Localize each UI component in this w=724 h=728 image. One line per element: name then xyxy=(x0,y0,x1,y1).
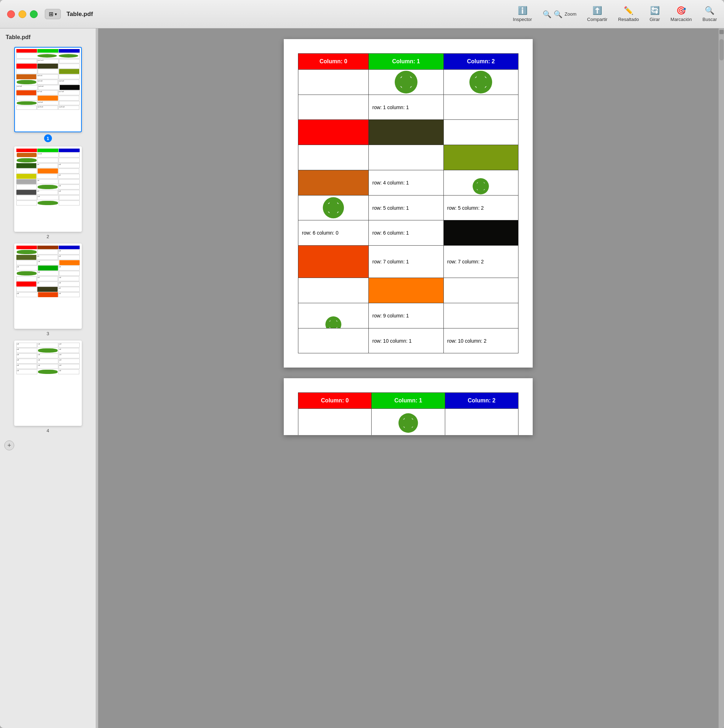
cell-r10c0 xyxy=(298,329,369,353)
cell-r3c0 xyxy=(298,145,369,170)
thumbnail-page-3[interactable]: col2 col1 col2 col1 xyxy=(3,243,93,336)
cell-r1c0 xyxy=(298,95,369,120)
resaltado-label: Resaltado xyxy=(618,17,639,22)
page-badge-1: 1 xyxy=(44,135,52,142)
buscar-label: Buscar xyxy=(703,17,717,22)
sidebar-title: Table.pdf xyxy=(0,28,96,44)
main-window: ⊞ ▾ Table.pdf ℹ️ Inspector 🔍 🔍 Zoom ⬆️ C… xyxy=(0,0,724,728)
sidebar: Table.pdf xyxy=(0,28,96,728)
cell-r1c1: row: 1 column: 1 xyxy=(369,95,444,120)
table-row: row: 1 column: 1 xyxy=(298,95,519,120)
zoom-out-icon[interactable]: 🔍 xyxy=(543,10,551,18)
cell-r8c1 xyxy=(369,278,444,303)
filename-label: Table.pdf xyxy=(66,11,93,18)
traffic-lights xyxy=(7,10,38,18)
cell-r5c2: row: 5 column: 2 xyxy=(444,196,519,220)
logo-icon-p2 xyxy=(398,412,419,434)
minimize-button[interactable] xyxy=(18,10,26,18)
cell-r0c0 xyxy=(298,70,369,95)
resaltado-action[interactable]: ✏️ Resaltado xyxy=(618,6,639,22)
table-row: row: 4 column: 1 xyxy=(298,170,519,196)
scroll-thumb[interactable] xyxy=(719,39,724,60)
cell-r7c0 xyxy=(298,246,369,278)
cell-r8c2 xyxy=(444,278,519,303)
table-row: row: 7 column: 1 row: 7 column: 2 xyxy=(298,246,519,278)
thumbnail-image-3: col2 col1 col2 col1 xyxy=(14,243,82,329)
thumbnail-page-1[interactable]: row: 1 col: 1 xyxy=(3,47,93,142)
cell-r5c0 xyxy=(298,196,369,220)
cell-r4c0 xyxy=(298,170,369,196)
cell-r7c1: row: 7 column: 1 xyxy=(369,246,444,278)
close-button[interactable] xyxy=(7,10,15,18)
titlebar: ⊞ ▾ Table.pdf ℹ️ Inspector 🔍 🔍 Zoom ⬆️ C… xyxy=(0,0,724,28)
thumbnail-image-1: row: 1 col: 1 xyxy=(14,47,82,132)
cell-r9c2 xyxy=(444,303,519,329)
logo-icon xyxy=(393,70,419,95)
page-label-3: 3 xyxy=(47,331,49,336)
header2-col1: Column: 1 xyxy=(372,393,445,409)
cell-r3c2 xyxy=(444,145,519,170)
pdf-page-2-partial: Column: 0 Column: 1 Column: 2 xyxy=(284,378,533,435)
share-action[interactable]: ⬆️ Compartir xyxy=(587,6,608,22)
thumbnail-page-2[interactable]: row col1 col1 col2 xyxy=(3,147,93,239)
maximize-button[interactable] xyxy=(30,10,38,18)
chevron-down-icon: ▾ xyxy=(55,12,57,17)
view-toggle-icon: ⊞ xyxy=(49,11,54,17)
table-header-row-2: Column: 0 Column: 1 Column: 2 xyxy=(298,393,519,409)
table-row: row: 10 column: 1 row: 10 column: 2 xyxy=(298,329,519,353)
header-col1: Column: 1 xyxy=(369,54,444,70)
cell-r7c2: row: 7 column: 2 xyxy=(444,246,519,278)
thumbnail-page-4[interactable]: col0 col1 col2 col0 col2 col0 xyxy=(3,341,93,433)
cell-r0c1 xyxy=(369,70,444,95)
pdf-page-1: Column: 0 Column: 1 Column: 2 xyxy=(284,39,533,367)
share-icon: ⬆️ xyxy=(592,6,602,15)
header2-col2: Column: 2 xyxy=(445,393,518,409)
cell-r2c1 xyxy=(369,120,444,145)
titlebar-actions: ℹ️ Inspector 🔍 🔍 Zoom ⬆️ Compartir ✏️ Re… xyxy=(513,6,717,22)
thumbnail-image-2: row col1 col1 col2 xyxy=(14,147,82,232)
girar-label: Girar xyxy=(650,17,660,22)
scroll-up-arrow[interactable] xyxy=(719,30,724,34)
right-scrollbar[interactable] xyxy=(718,28,724,728)
cell-r1c2 xyxy=(444,95,519,120)
table-row xyxy=(298,145,519,170)
table-header-row: Column: 0 Column: 1 Column: 2 xyxy=(298,54,519,70)
table-row xyxy=(298,120,519,145)
header-col0: Column: 0 xyxy=(298,54,369,70)
sidebar-footer: + xyxy=(0,436,96,455)
girar-action[interactable]: 🔄 Girar xyxy=(650,6,660,22)
cell-r6c0: row: 6 column: 0 xyxy=(298,220,369,246)
header-col2: Column: 2 xyxy=(444,54,519,70)
share-label: Compartir xyxy=(587,17,608,22)
page-label-4: 4 xyxy=(47,428,49,433)
cell-r10c1: row: 10 column: 1 xyxy=(369,329,444,353)
rotate-icon: 🔄 xyxy=(650,6,660,15)
pdf-content-area[interactable]: Column: 0 Column: 1 Column: 2 xyxy=(98,28,718,728)
logo-icon-partial xyxy=(468,70,493,95)
inspector-action[interactable]: ℹ️ Inspector xyxy=(513,6,532,22)
marcacion-action[interactable]: 🎯 Marcación xyxy=(670,6,692,22)
cell-r5c1: row: 5 column: 1 xyxy=(369,196,444,220)
view-toggle-button[interactable]: ⊞ ▾ xyxy=(45,9,61,19)
table-row: row: 9 column: 1 xyxy=(298,303,519,329)
table-row xyxy=(298,70,519,95)
cell-r8c0 xyxy=(298,278,369,303)
cell-r4c2 xyxy=(444,170,519,196)
add-page-button[interactable]: + xyxy=(4,440,14,450)
markup-icon: 🎯 xyxy=(677,6,686,15)
cell-r6c1: row: 6 column: 1 xyxy=(369,220,444,246)
zoom-in-icon[interactable]: 🔍 xyxy=(554,10,563,18)
cell-r3c1 xyxy=(369,145,444,170)
cell-p2r0c1 xyxy=(372,409,445,436)
zoom-action[interactable]: 🔍 🔍 Zoom xyxy=(543,10,576,18)
table-row: row: 5 column: 1 row: 5 column: 2 xyxy=(298,196,519,220)
cell-r4c1: row: 4 column: 1 xyxy=(369,170,444,196)
table-row xyxy=(298,278,519,303)
logo-icon-crop xyxy=(470,177,491,195)
buscar-action[interactable]: 🔍 Buscar xyxy=(703,6,717,22)
logo-icon-bottom xyxy=(324,316,343,328)
cell-r2c0 xyxy=(298,120,369,145)
search-icon: 🔍 xyxy=(705,6,715,15)
cell-p2r0c2 xyxy=(445,409,518,436)
pdf-table-2: Column: 0 Column: 1 Column: 2 xyxy=(298,392,519,435)
